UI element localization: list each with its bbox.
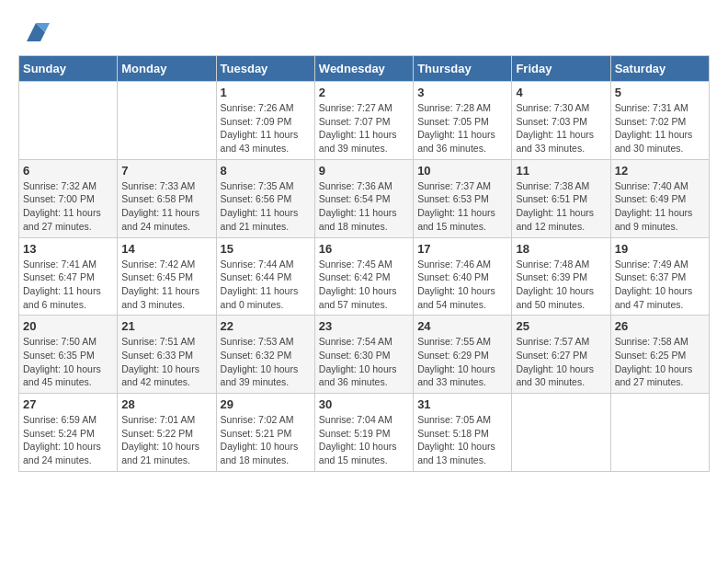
weekday-header: Thursday <box>414 56 512 82</box>
day-info: Sunrise: 7:33 AM Sunset: 6:58 PM Dayligh… <box>121 179 211 234</box>
day-info: Sunrise: 7:38 AM Sunset: 6:51 PM Dayligh… <box>516 179 606 234</box>
day-number: 28 <box>121 397 211 411</box>
day-info: Sunrise: 7:04 AM Sunset: 5:19 PM Dayligh… <box>319 413 409 467</box>
day-info: Sunrise: 7:48 AM Sunset: 6:39 PM Dayligh… <box>516 258 606 312</box>
day-info: Sunrise: 7:55 AM Sunset: 6:29 PM Dayligh… <box>417 335 507 389</box>
day-number: 10 <box>417 164 507 178</box>
calendar-cell: 19Sunrise: 7:49 AM Sunset: 6:37 PM Dayli… <box>610 237 709 316</box>
day-info: Sunrise: 7:01 AM Sunset: 5:22 PM Dayligh… <box>121 413 211 467</box>
calendar-cell: 17Sunrise: 7:46 AM Sunset: 6:40 PM Dayli… <box>414 237 512 316</box>
day-number: 4 <box>516 86 606 99</box>
day-number: 14 <box>121 242 211 256</box>
logo <box>18 18 50 46</box>
calendar-cell <box>512 394 610 472</box>
calendar-cell: 29Sunrise: 7:02 AM Sunset: 5:21 PM Dayli… <box>216 394 314 472</box>
day-number: 24 <box>417 319 507 333</box>
calendar-cell: 14Sunrise: 7:42 AM Sunset: 6:45 PM Dayli… <box>118 237 216 316</box>
day-info: Sunrise: 7:28 AM Sunset: 7:05 PM Dayligh… <box>417 101 507 155</box>
day-number: 30 <box>319 397 409 411</box>
logo-icon <box>22 18 50 46</box>
day-number: 18 <box>516 242 606 256</box>
day-number: 8 <box>221 164 311 178</box>
day-number: 29 <box>221 397 311 411</box>
calendar-week-row: 6Sunrise: 7:32 AM Sunset: 7:00 PM Daylig… <box>19 159 710 237</box>
calendar-cell: 9Sunrise: 7:36 AM Sunset: 6:54 PM Daylig… <box>314 159 413 237</box>
day-info: Sunrise: 7:42 AM Sunset: 6:45 PM Dayligh… <box>121 258 211 312</box>
calendar-cell: 3Sunrise: 7:28 AM Sunset: 7:05 PM Daylig… <box>414 82 512 160</box>
day-number: 2 <box>319 86 409 99</box>
day-info: Sunrise: 7:27 AM Sunset: 7:07 PM Dayligh… <box>319 101 409 155</box>
day-info: Sunrise: 7:26 AM Sunset: 7:09 PM Dayligh… <box>221 101 311 155</box>
calendar-cell: 22Sunrise: 7:53 AM Sunset: 6:32 PM Dayli… <box>216 316 314 394</box>
calendar-cell: 30Sunrise: 7:04 AM Sunset: 5:19 PM Dayli… <box>314 394 413 472</box>
day-info: Sunrise: 7:02 AM Sunset: 5:21 PM Dayligh… <box>221 413 311 467</box>
calendar-cell: 5Sunrise: 7:31 AM Sunset: 7:02 PM Daylig… <box>610 82 709 160</box>
calendar-cell: 21Sunrise: 7:51 AM Sunset: 6:33 PM Dayli… <box>118 316 216 394</box>
calendar-cell: 23Sunrise: 7:54 AM Sunset: 6:30 PM Dayli… <box>314 316 413 394</box>
day-number: 11 <box>516 164 606 178</box>
day-number: 23 <box>319 319 409 333</box>
calendar-cell: 25Sunrise: 7:57 AM Sunset: 6:27 PM Dayli… <box>512 316 610 394</box>
day-number: 31 <box>417 397 507 411</box>
day-number: 21 <box>121 319 211 333</box>
day-info: Sunrise: 7:50 AM Sunset: 6:35 PM Dayligh… <box>23 335 113 389</box>
day-info: Sunrise: 7:37 AM Sunset: 6:53 PM Dayligh… <box>417 179 507 234</box>
day-number: 22 <box>221 319 311 333</box>
day-info: Sunrise: 7:58 AM Sunset: 6:25 PM Dayligh… <box>615 335 705 389</box>
calendar-week-row: 1Sunrise: 7:26 AM Sunset: 7:09 PM Daylig… <box>19 82 710 160</box>
day-number: 12 <box>615 164 705 178</box>
calendar-cell: 20Sunrise: 7:50 AM Sunset: 6:35 PM Dayli… <box>19 316 118 394</box>
weekday-header: Saturday <box>610 56 709 82</box>
day-number: 3 <box>417 86 507 99</box>
weekday-header: Friday <box>512 56 610 82</box>
weekday-header: Monday <box>118 56 216 82</box>
calendar-week-row: 13Sunrise: 7:41 AM Sunset: 6:47 PM Dayli… <box>19 237 710 316</box>
day-info: Sunrise: 7:32 AM Sunset: 7:00 PM Dayligh… <box>23 179 113 234</box>
calendar-cell: 7Sunrise: 7:33 AM Sunset: 6:58 PM Daylig… <box>118 159 216 237</box>
calendar-cell: 10Sunrise: 7:37 AM Sunset: 6:53 PM Dayli… <box>414 159 512 237</box>
calendar-cell: 24Sunrise: 7:55 AM Sunset: 6:29 PM Dayli… <box>414 316 512 394</box>
weekday-header: Wednesday <box>314 56 413 82</box>
calendar-header-row: SundayMondayTuesdayWednesdayThursdayFrid… <box>19 56 710 82</box>
day-number: 20 <box>23 319 113 333</box>
calendar-week-row: 27Sunrise: 6:59 AM Sunset: 5:24 PM Dayli… <box>19 394 710 472</box>
calendar-table: SundayMondayTuesdayWednesdayThursdayFrid… <box>18 55 710 472</box>
calendar-cell <box>19 82 118 160</box>
day-number: 7 <box>121 164 211 178</box>
calendar-cell: 15Sunrise: 7:44 AM Sunset: 6:44 PM Dayli… <box>216 237 314 316</box>
day-number: 27 <box>23 397 113 411</box>
day-info: Sunrise: 7:57 AM Sunset: 6:27 PM Dayligh… <box>516 335 606 389</box>
day-info: Sunrise: 7:05 AM Sunset: 5:18 PM Dayligh… <box>417 413 507 467</box>
calendar-cell: 8Sunrise: 7:35 AM Sunset: 6:56 PM Daylig… <box>216 159 314 237</box>
calendar-cell: 16Sunrise: 7:45 AM Sunset: 6:42 PM Dayli… <box>314 237 413 316</box>
day-info: Sunrise: 7:45 AM Sunset: 6:42 PM Dayligh… <box>319 258 409 312</box>
day-info: Sunrise: 7:53 AM Sunset: 6:32 PM Dayligh… <box>221 335 311 389</box>
calendar-cell: 31Sunrise: 7:05 AM Sunset: 5:18 PM Dayli… <box>414 394 512 472</box>
day-number: 17 <box>417 242 507 256</box>
calendar-cell: 18Sunrise: 7:48 AM Sunset: 6:39 PM Dayli… <box>512 237 610 316</box>
day-number: 6 <box>23 164 113 178</box>
day-number: 1 <box>221 86 311 99</box>
weekday-header: Sunday <box>19 56 118 82</box>
day-info: Sunrise: 6:59 AM Sunset: 5:24 PM Dayligh… <box>23 413 113 467</box>
day-info: Sunrise: 7:51 AM Sunset: 6:33 PM Dayligh… <box>121 335 211 389</box>
day-info: Sunrise: 7:49 AM Sunset: 6:37 PM Dayligh… <box>615 258 705 312</box>
calendar-cell: 11Sunrise: 7:38 AM Sunset: 6:51 PM Dayli… <box>512 159 610 237</box>
day-info: Sunrise: 7:35 AM Sunset: 6:56 PM Dayligh… <box>221 179 311 234</box>
day-number: 9 <box>319 164 409 178</box>
day-info: Sunrise: 7:36 AM Sunset: 6:54 PM Dayligh… <box>319 179 409 234</box>
calendar-cell: 12Sunrise: 7:40 AM Sunset: 6:49 PM Dayli… <box>610 159 709 237</box>
day-number: 13 <box>23 242 113 256</box>
day-info: Sunrise: 7:46 AM Sunset: 6:40 PM Dayligh… <box>417 258 507 312</box>
calendar-cell: 6Sunrise: 7:32 AM Sunset: 7:00 PM Daylig… <box>19 159 118 237</box>
day-number: 26 <box>615 319 705 333</box>
day-info: Sunrise: 7:31 AM Sunset: 7:02 PM Dayligh… <box>615 101 705 155</box>
calendar-cell: 2Sunrise: 7:27 AM Sunset: 7:07 PM Daylig… <box>314 82 413 160</box>
day-number: 16 <box>319 242 409 256</box>
day-info: Sunrise: 7:30 AM Sunset: 7:03 PM Dayligh… <box>516 101 606 155</box>
calendar-cell: 27Sunrise: 6:59 AM Sunset: 5:24 PM Dayli… <box>19 394 118 472</box>
calendar-cell: 26Sunrise: 7:58 AM Sunset: 6:25 PM Dayli… <box>610 316 709 394</box>
day-info: Sunrise: 7:44 AM Sunset: 6:44 PM Dayligh… <box>221 258 311 312</box>
day-number: 15 <box>221 242 311 256</box>
page-header <box>18 18 710 46</box>
